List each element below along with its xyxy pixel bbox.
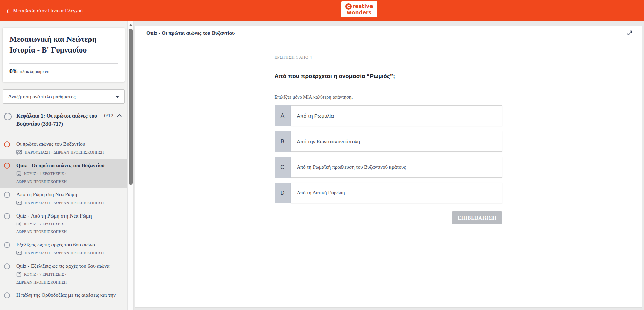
- chevron-left-icon: ‹: [7, 6, 9, 15]
- lesson-meta-text-2: ΔΩΡΕΑΝ ΠΡΟΕΠΙΣΚΟΠΗΣΗ: [16, 280, 122, 285]
- option-text: Από τη Ρωμυλία: [291, 105, 502, 126]
- lesson-status-circle: [4, 192, 10, 198]
- course-summary-card: Μεσαιωνική και Νεώτερη Ιστορία - Β' Γυμν…: [3, 28, 125, 82]
- lesson-list-item[interactable]: Από τη Ρώμη στη Νέα Ρώμη ΠΑΡΟΥΣΙΑΣΗ · ΔΩ…: [0, 188, 127, 209]
- quiz-icon: [16, 171, 21, 176]
- scrollbar-up-arrow-icon[interactable]: [129, 24, 133, 26]
- lesson-meta-text: ΠΑΡΟΥΣΙΑΣΗ · ΔΩΡΕΑΝ ΠΡΟΕΠΙΣΚΟΠΗΣΗ: [25, 150, 104, 154]
- option-letter: A: [275, 105, 291, 126]
- lesson-meta-text: ΚΟΥΙΖ · 7 ΕΡΩΤΗΣΕΙΣ ·: [24, 272, 66, 276]
- presentation-icon: [16, 150, 22, 155]
- back-to-dashboard-link[interactable]: ‹ Μετάβαση στον Πίνακα Ελέγχου: [7, 0, 83, 21]
- option-letter: C: [275, 157, 291, 178]
- answer-option[interactable]: C Από τη Ρωμαϊκή προέλευση του Βυζαντινο…: [275, 157, 502, 178]
- timeline-connector: [7, 199, 7, 213]
- sidebar-scrollbar-track[interactable]: [127, 21, 134, 310]
- lesson-list-item[interactable]: Quiz - Οι πρώτοι αιώνες του Βυζαντίου ΚΟ…: [0, 159, 127, 188]
- lesson-title: Quiz - Οι πρώτοι αιώνες του Βυζαντίου: [16, 162, 122, 169]
- school-logo[interactable]: Creative wonders: [341, 1, 377, 17]
- lesson-title: Quiz - Από τη Ρώμη στη Νέα Ρώμη: [16, 212, 122, 220]
- answer-options: A Από τη Ρωμυλία B Από την Κωνσταντινούπ…: [275, 105, 502, 203]
- timeline-connector: [7, 148, 7, 163]
- lesson-meta-text-2: ΔΩΡΕΑΝ ΠΡΟΕΠΙΣΚΟΠΗΣΗ: [16, 179, 122, 184]
- main-content-area: Quiz - Οι πρώτοι αιώνες του Βυζαντίου ΕΡ…: [134, 21, 644, 310]
- option-text: Από τη Ρωμαϊκή προέλευση του Βυζαντινού …: [291, 157, 502, 178]
- timeline-connector: [7, 249, 7, 263]
- quiz-icon: [16, 222, 21, 226]
- question-text: Από που προέρχεται η ονομασία “Ρωμιός”;: [275, 73, 502, 80]
- progress-bar: [9, 63, 118, 64]
- lesson-status-circle: [4, 141, 10, 147]
- expand-arrows-icon: [626, 29, 633, 36]
- lesson-status-circle: [4, 213, 10, 219]
- option-letter: D: [275, 183, 291, 203]
- timeline-connector: [7, 220, 7, 242]
- presentation-icon: [16, 201, 22, 205]
- logo-line1: Creative: [345, 3, 373, 10]
- quiz-panel-header: Quiz - Οι πρώτοι αιώνες του Βυζαντίου: [135, 26, 642, 39]
- lesson-title: Εξελίξεις ως τις αρχές του 6ου αιώνα: [16, 241, 122, 248]
- quiz-icon: [16, 272, 21, 277]
- course-sidebar: Μεσαιωνική και Νεώτερη Ιστορία - Β' Γυμν…: [0, 21, 127, 310]
- lesson-meta: ΚΟΥΙΖ · 4 ΕΡΩΤΗΣΕΙΣ ·: [16, 171, 122, 176]
- lesson-status-circle: [4, 292, 10, 298]
- answer-option[interactable]: A Από τη Ρωμυλία: [275, 105, 502, 126]
- lesson-meta-text: ΚΟΥΙΖ · 4 ΕΡΩΤΗΣΕΙΣ ·: [24, 172, 66, 176]
- timeline-connector: [7, 299, 7, 309]
- lesson-list-item[interactable]: Quiz - Από τη Ρώμη στη Νέα Ρώμη ΚΟΥΙΖ · …: [0, 209, 127, 239]
- option-text: Από τη Δυτική Ευρώπη: [291, 183, 502, 203]
- lesson-title: Quiz - Εξελίξεις ως τις αρχές του 6ου αι…: [16, 263, 122, 270]
- chapter-title: Κεφάλαιο 1: Οι πρώτοι αιώνες του Βυζαντί…: [16, 112, 101, 127]
- lesson-list-item[interactable]: Η πάλη της Ορθοδοξίας με τις αιρέσεις κα…: [0, 289, 127, 305]
- course-title: Μεσαιωνική και Νεώτερη Ιστορία - Β' Γυμν…: [9, 34, 118, 56]
- lesson-meta: ΠΑΡΟΥΣΙΑΣΗ · ΔΩΡΕΑΝ ΠΡΟΕΠΙΣΚΟΠΗΣΗ: [16, 201, 122, 205]
- quiz-panel: Quiz - Οι πρώτοι αιώνες του Βυζαντίου ΕΡ…: [135, 26, 642, 308]
- lesson-meta-text: ΚΟΥΙΖ · 7 ΕΡΩΤΗΣΕΙΣ ·: [24, 222, 66, 226]
- answer-option[interactable]: B Από την Κωνσταντινούπολη: [275, 131, 502, 152]
- lesson-list-item[interactable]: Οι πρώτοι αιώνες του Βυζαντίου ΠΑΡΟΥΣΙΑΣ…: [0, 138, 127, 159]
- logo-c-disc-icon: C: [345, 3, 352, 10]
- lesson-meta-text-2: ΔΩΡΕΑΝ ΠΡΟΕΠΙΣΚΟΠΗΣΗ: [16, 229, 122, 234]
- top-header-bar: ‹ Μετάβαση στον Πίνακα Ελέγχου Creative …: [0, 0, 644, 21]
- lesson-meta: ΚΟΥΙΖ · 7 ΕΡΩΤΗΣΕΙΣ ·: [16, 272, 122, 277]
- chapter-progress-count: 0/12: [104, 113, 113, 119]
- confirm-button[interactable]: ΕΠΙΒΕΒΑΙΩΣΗ: [452, 211, 502, 224]
- lesson-list-item[interactable]: Εξελίξεις ως τις αρχές του 6ου αιώνα ΠΑΡ…: [0, 238, 127, 260]
- lesson-status-circle: [4, 263, 10, 269]
- chapter-status-circle: [4, 113, 12, 120]
- lesson-title: Η πάλη της Ορθοδοξίας με τις αιρέσεις κα…: [16, 292, 122, 299]
- answer-option[interactable]: D Από τη Δυτική Ευρώπη: [275, 183, 502, 203]
- lesson-list-item[interactable]: Quiz - Εξελίξεις ως τις αρχές του 6ου αι…: [0, 260, 127, 289]
- back-link-label: Μετάβαση στον Πίνακα Ελέγχου: [13, 8, 83, 14]
- lesson-meta-text: ΠΑΡΟΥΣΙΑΣΗ · ΔΩΡΕΑΝ ΠΡΟΕΠΙΣΚΟΠΗΣΗ: [25, 251, 104, 255]
- confirm-row: ΕΠΙΒΕΒΑΙΩΣΗ: [275, 211, 502, 224]
- lesson-list: Οι πρώτοι αιώνες του Βυζαντίου ΠΑΡΟΥΣΙΑΣ…: [0, 134, 127, 305]
- quiz-panel-title: Quiz - Οι πρώτοι αιώνες του Βυζαντίου: [146, 30, 625, 36]
- option-letter: B: [275, 131, 291, 152]
- lesson-meta-text: ΠΑΡΟΥΣΙΑΣΗ · ΔΩΡΕΑΝ ΠΡΟΕΠΙΣΚΟΠΗΣΗ: [25, 201, 104, 205]
- lesson-status-circle: [4, 242, 10, 248]
- sidebar-scrollbar-thumb[interactable]: [129, 29, 133, 185]
- logo-line2: wonders: [347, 10, 371, 15]
- chevron-down-icon: [115, 96, 119, 98]
- lesson-title: Οι πρώτοι αιώνες του Βυζαντίου: [16, 141, 122, 148]
- timeline-connector: [7, 169, 7, 192]
- chapter-header[interactable]: Κεφάλαιο 1: Οι πρώτοι αιώνες του Βυζαντί…: [0, 104, 127, 133]
- chevron-up-icon[interactable]: [117, 114, 122, 117]
- lesson-meta: ΚΟΥΙΖ · 7 ΕΡΩΤΗΣΕΙΣ ·: [16, 222, 122, 226]
- option-text: Από την Κωνσταντινούπολη: [291, 131, 502, 152]
- question-instruction: Επιλέξτε μόνο ΜΙΑ καλύτερη απάντηση.: [275, 95, 502, 100]
- presentation-icon: [16, 251, 22, 255]
- lesson-meta: ΠΑΡΟΥΣΙΑΣΗ · ΔΩΡΕΑΝ ΠΡΟΕΠΙΣΚΟΠΗΣΗ: [16, 251, 122, 255]
- lesson-meta: ΠΑΡΟΥΣΙΑΣΗ · ΔΩΡΕΑΝ ΠΡΟΕΠΙΣΚΟΠΗΣΗ: [16, 150, 122, 155]
- question-counter: ΕΡΩΤΗΣΗ 1 ΑΠΟ 4: [275, 55, 502, 60]
- timeline-connector: [7, 270, 7, 292]
- lesson-search-dropdown[interactable]: Αναζήτηση ανά τίτλο μαθήματος: [3, 89, 125, 104]
- progress-label: ολοκληρωμένο: [20, 69, 49, 75]
- lesson-search-placeholder: Αναζήτηση ανά τίτλο μαθήματος: [8, 94, 76, 100]
- progress-percent: 0%: [9, 68, 17, 75]
- lesson-status-circle: [4, 163, 10, 169]
- quiz-body: ΕΡΩΤΗΣΗ 1 ΑΠΟ 4 Από που προέρχεται η ονο…: [135, 39, 642, 224]
- lesson-title: Από τη Ρώμη στη Νέα Ρώμη: [16, 191, 122, 198]
- fullscreen-expand-button[interactable]: [625, 28, 634, 37]
